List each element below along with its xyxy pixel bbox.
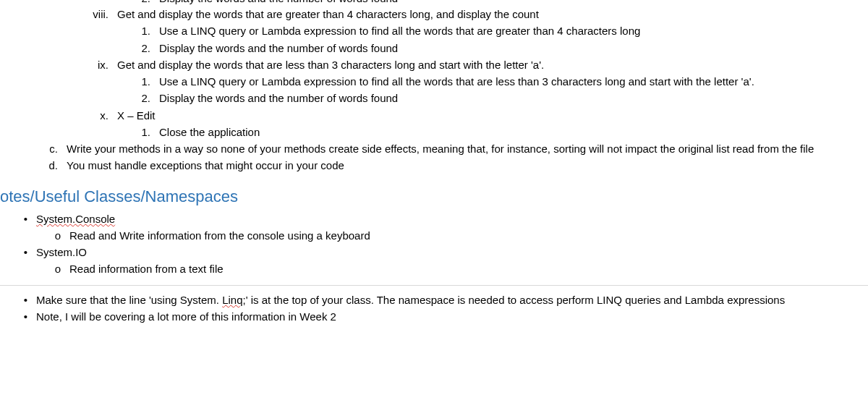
list-text: You must handle exceptions that might oc…: [67, 157, 868, 174]
truncated-prev-line: 2. Display the words and the number of w…: [0, 0, 868, 7]
list-text: Close the application: [159, 124, 868, 140]
bullet-using-linq: • Make sure that the line 'using System.…: [0, 292, 868, 308]
list-text: Display the words and the number of word…: [159, 0, 868, 7]
list-marker: 1.: [0, 22, 159, 39]
bullet-system-console-sub: o Read and Write information from the co…: [0, 227, 868, 244]
document-page: 2. Display the words and the number of w…: [0, 0, 868, 332]
bullet-week2-note: • Note, I will be covering a lot more of…: [0, 308, 868, 325]
list-item-ix-2: 2. Display the words and the number of w…: [0, 90, 868, 106]
bullet-text: Read information from a text file: [69, 260, 868, 277]
misspelled-word: System.Console: [36, 213, 115, 225]
misspelled-word: Linq: [222, 294, 242, 306]
bullet-text: Read and Write information from the cons…: [69, 227, 868, 244]
bullet-marker: •: [0, 211, 36, 227]
list-item-ix-1: 1. Use a LINQ query or Lambda expression…: [0, 73, 868, 90]
bullet-marker: •: [0, 244, 36, 260]
list-item-viii: viii. Get and display the words that are…: [0, 6, 868, 22]
list-text: Use a LINQ query or Lambda expression to…: [159, 22, 868, 39]
list-text: Use a LINQ query or Lambda expression to…: [159, 73, 868, 90]
list-item-ix: ix. Get and display the words that are l…: [0, 56, 868, 73]
list-item-d: d. You must handle exceptions that might…: [0, 157, 868, 174]
list-item-x-1: 1. Close the application: [0, 124, 868, 140]
list-marker: 1.: [0, 124, 159, 140]
bullet-text: Make sure that the line 'using System. L…: [36, 292, 868, 308]
text-post: ;' is at the top of your class. The name…: [243, 294, 786, 306]
separator-line: [0, 285, 868, 286]
list-marker: 2.: [0, 0, 159, 7]
list-text: Write your methods in a way so none of y…: [67, 140, 868, 157]
list-marker: 2.: [0, 90, 159, 106]
list-text: Display the words and the number of word…: [159, 90, 868, 106]
list-marker: ix.: [0, 56, 117, 73]
list-text: X – Edit: [117, 107, 868, 124]
list-item-c: c. Write your methods in a way so none o…: [0, 140, 868, 157]
section-heading-notes: otes/Useful Classes/Namespaces: [0, 184, 868, 209]
bullet-text: System.IO: [36, 244, 868, 260]
list-marker: d.: [0, 157, 67, 174]
list-marker: 2.: [0, 40, 159, 56]
bullet-marker: o: [0, 260, 69, 277]
bullet-system-console: • System.Console: [0, 211, 868, 227]
bullet-text: Note, I will be covering a lot more of t…: [36, 308, 868, 325]
list-marker: viii.: [0, 6, 117, 22]
list-marker: x.: [0, 107, 117, 124]
bullet-system-io-sub: o Read information from a text file: [0, 260, 868, 277]
list-text: Get and display the words that are less …: [117, 56, 868, 73]
list-marker: c.: [0, 140, 67, 157]
list-text: Get and display the words that are great…: [117, 6, 868, 22]
bullet-system-io: • System.IO: [0, 244, 868, 260]
bullet-text: System.Console: [36, 211, 868, 227]
bullet-marker: o: [0, 227, 69, 244]
text-pre: Make sure that the line 'using System.: [36, 294, 222, 306]
list-item-x: x. X – Edit: [0, 107, 868, 124]
bullet-marker: •: [0, 308, 36, 325]
list-item-viii-1: 1. Use a LINQ query or Lambda expression…: [0, 22, 868, 39]
bullet-marker: •: [0, 292, 36, 308]
list-marker: 1.: [0, 73, 159, 90]
list-text: Display the words and the number of word…: [159, 40, 868, 56]
list-item-viii-2: 2. Display the words and the number of w…: [0, 40, 868, 56]
